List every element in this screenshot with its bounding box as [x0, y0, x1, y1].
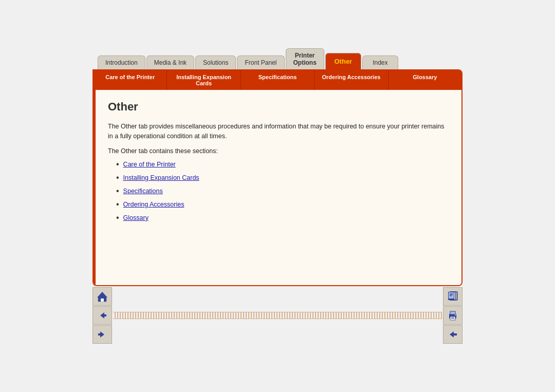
tab-printer-options[interactable]: PrinterOptions: [286, 48, 324, 70]
app-container: Introduction Media & Ink Solutions Front…: [92, 48, 462, 344]
home-button[interactable]: [92, 287, 112, 306]
list-item-care: Care of the Printer: [116, 160, 449, 169]
page-title: Other: [108, 100, 449, 114]
svg-point-16: [455, 314, 456, 315]
svg-rect-3: [100, 295, 101, 296]
intro-paragraph: The Other tab provides miscellaneous pro…: [108, 122, 449, 141]
tab-solutions[interactable]: Solutions: [195, 55, 236, 69]
sections-list: Care of the Printer Installing Expansion…: [116, 160, 449, 222]
main-area: Care of the Printer Installing Expansion…: [92, 69, 462, 286]
link-glossary[interactable]: Glossary: [123, 214, 149, 221]
right-nav-buttons: [443, 287, 462, 344]
link-care[interactable]: Care of the Printer: [123, 161, 176, 168]
top-tabs: Introduction Media & Ink Solutions Front…: [92, 48, 462, 70]
sub-tab-ordering[interactable]: Ordering Accessories: [314, 70, 388, 90]
bottom-bar: [92, 287, 462, 344]
bookmarks-icon: [447, 291, 458, 302]
link-specifications[interactable]: Specifications: [123, 188, 163, 195]
sections-intro: The Other tab contains these sections:: [108, 147, 449, 155]
svg-rect-2: [101, 298, 104, 302]
bookmarks-button[interactable]: [443, 287, 462, 306]
content-area: Other The Other tab provides miscellaneo…: [94, 90, 461, 285]
sub-tabs: Care of the Printer Installing Expansion…: [94, 70, 461, 90]
list-item-installing: Installing Expansion Cards: [116, 173, 449, 182]
sub-tab-installing[interactable]: Installing Expansion Cards: [167, 70, 240, 90]
next-section-icon: [447, 329, 458, 340]
list-item-glossary: Glossary: [116, 213, 449, 222]
left-nav-buttons: [92, 287, 112, 344]
link-installing[interactable]: Installing Expansion Cards: [123, 174, 199, 181]
tab-index[interactable]: Index: [362, 55, 398, 69]
tab-other[interactable]: Other: [325, 53, 361, 69]
next-section-button[interactable]: [443, 325, 462, 344]
sub-tab-glossary[interactable]: Glossary: [388, 70, 461, 90]
home-icon: [97, 291, 108, 302]
tab-front-panel[interactable]: Front Panel: [237, 55, 284, 69]
svg-rect-12: [450, 311, 455, 314]
left-border-bar: [94, 90, 96, 285]
forward-button[interactable]: [92, 325, 112, 344]
forward-icon: [97, 329, 108, 340]
print-button[interactable]: [443, 306, 462, 325]
list-item-specifications: Specifications: [116, 186, 449, 196]
link-ordering[interactable]: Ordering Accessories: [123, 201, 184, 208]
tab-introduction[interactable]: Introduction: [98, 55, 145, 69]
sub-tab-care[interactable]: Care of the Printer: [94, 70, 167, 90]
back-button[interactable]: [92, 306, 112, 325]
zigzag-decoration: [113, 312, 442, 319]
bottom-strip: [113, 310, 442, 321]
list-item-ordering: Ordering Accessories: [116, 200, 449, 209]
svg-marker-1: [97, 292, 107, 297]
back-icon: [97, 310, 108, 321]
sub-tab-specifications[interactable]: Specifications: [241, 70, 314, 90]
svg-rect-7: [449, 292, 454, 298]
tab-media-ink[interactable]: Media & Ink: [146, 55, 194, 69]
print-icon: [447, 310, 458, 321]
